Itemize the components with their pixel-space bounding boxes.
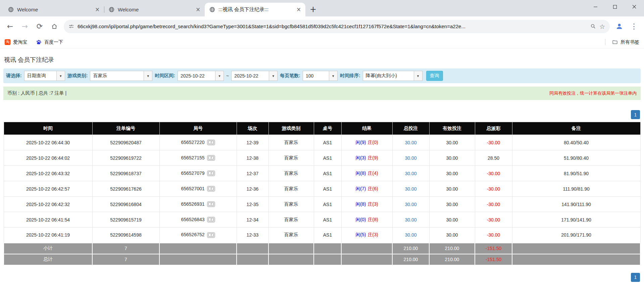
sort-input[interactable] xyxy=(363,71,414,81)
round-detail-icon[interactable] xyxy=(207,170,215,176)
sort-combobox[interactable]: ▾ xyxy=(363,71,423,81)
tab-close-icon[interactable]: × xyxy=(295,6,302,13)
tab-close-icon[interactable]: × xyxy=(94,6,101,13)
search-button[interactable]: 查询 xyxy=(426,71,443,81)
cell-session: 12-38 xyxy=(237,150,268,166)
page-content: 视讯 会员下注纪录 请选择: ▾ 游戏类别: ▾ 时间区间: ▾ ~ ▾ 每页笔… xyxy=(0,56,644,282)
total-bet-link[interactable]: 30.00 xyxy=(405,186,416,192)
cell-time: 2025-10-22 06:44:02 xyxy=(4,150,92,166)
site-settings-icon[interactable] xyxy=(68,23,74,29)
url-text[interactable]: 66cxkj98.com/ipl/portal.php/game/betreco… xyxy=(78,23,587,29)
all-bookmarks[interactable]: 所有书签 xyxy=(605,39,639,45)
profile-icon[interactable] xyxy=(612,20,626,33)
round-detail-icon[interactable] xyxy=(207,155,215,161)
cell-time: 2025-10-22 06:41:54 xyxy=(4,212,92,228)
cell-session: 12-33 xyxy=(237,228,268,243)
per-page-input[interactable] xyxy=(303,71,329,81)
address-bar[interactable]: 66cxkj98.com/ipl/portal.php/game/betreco… xyxy=(64,20,610,33)
bet-table: 时间 注单编号 局号 场次 游戏类别 桌号 结果 总投注 有效投注 总派彩 备注… xyxy=(3,122,641,265)
bookmark-baidu[interactable]: 百度一下 xyxy=(36,39,63,45)
chevron-down-icon[interactable]: ▾ xyxy=(144,71,152,81)
game-type-combobox[interactable]: ▾ xyxy=(90,71,152,81)
forward-button[interactable]: → xyxy=(18,20,32,33)
summary-cell: 210.00 xyxy=(429,243,475,254)
bookmarks-separator xyxy=(605,39,605,45)
table-row: 2025-10-22 06:42:32522909616804656526931… xyxy=(4,197,640,212)
summary-cell xyxy=(237,243,268,254)
minimize-button[interactable] xyxy=(586,0,605,13)
cell-total-bet: 30.00 xyxy=(392,166,429,181)
summary-cell xyxy=(314,254,341,265)
summary-cell: 210.00 xyxy=(392,254,429,265)
back-button[interactable]: ← xyxy=(3,20,17,33)
date-from-combobox[interactable]: ▾ xyxy=(178,71,224,81)
chevron-down-icon[interactable]: ▾ xyxy=(414,71,423,81)
table-row: 2025-10-22 06:43:32522909618737656527079… xyxy=(4,166,640,181)
per-page-combobox[interactable]: ▾ xyxy=(303,71,338,81)
cell-remark: 141.90/111.90 xyxy=(512,197,640,212)
date-to-input[interactable] xyxy=(231,71,269,81)
zoom-icon[interactable] xyxy=(590,23,596,29)
round-detail-icon[interactable] xyxy=(207,217,215,222)
tab-bet-records[interactable]: :::视讯 会员下注纪录::: × xyxy=(205,3,305,16)
cell-result: 闲(8)庄(3) xyxy=(341,197,392,212)
menu-icon[interactable]: ⋮ xyxy=(627,20,641,33)
date-to-combobox[interactable]: ▾ xyxy=(231,71,278,81)
chevron-down-icon[interactable]: ▾ xyxy=(56,71,65,81)
bookmark-label: 爱淘宝 xyxy=(13,39,27,45)
home-button[interactable] xyxy=(48,20,61,33)
total-bet-link[interactable]: 30.00 xyxy=(405,217,416,222)
column-header-total-bet: 总投注 xyxy=(392,122,429,135)
chevron-down-icon[interactable]: ▾ xyxy=(215,71,224,81)
maximize-button[interactable] xyxy=(605,0,625,13)
game-type-input[interactable] xyxy=(90,71,144,81)
query-type-combobox[interactable]: ▾ xyxy=(24,71,65,81)
total-bet-link[interactable]: 30.00 xyxy=(405,171,416,176)
summary-cell xyxy=(314,243,341,254)
round-detail-icon[interactable] xyxy=(207,186,215,192)
table-row: 2025-10-22 06:44:02522909619722656527155… xyxy=(4,150,640,166)
cell-bet-id: 522909614598 xyxy=(92,228,159,243)
total-bet-link[interactable]: 30.00 xyxy=(405,232,416,238)
result-player: 闲(8) xyxy=(355,201,366,207)
result-player: 闲(3) xyxy=(355,155,366,160)
bet-table-body: 2025-10-22 06:44:30522909620487656527220… xyxy=(4,135,640,265)
refresh-button[interactable]: ⟳ xyxy=(33,20,46,33)
globe-icon xyxy=(209,7,215,12)
chevron-down-icon[interactable]: ▾ xyxy=(269,71,278,81)
summary-cell: 7 xyxy=(92,243,159,254)
result-banker: 庄(6) xyxy=(368,186,378,191)
cell-round-id: 656526843 xyxy=(159,212,237,228)
column-header-table-no: 桌号 xyxy=(314,122,341,135)
page-1-button[interactable]: 1 xyxy=(631,110,640,119)
summary-cell xyxy=(268,243,314,254)
column-header-time: 时间 xyxy=(4,122,92,135)
page-1-button[interactable]: 1 xyxy=(631,273,640,282)
query-type-input[interactable] xyxy=(24,71,56,81)
tab-close-icon[interactable]: × xyxy=(195,6,201,13)
tab-welcome-1[interactable]: Welcome × xyxy=(3,3,104,16)
total-bet-link[interactable]: 30.00 xyxy=(405,155,416,161)
result-player: 闲(8) xyxy=(355,170,366,176)
table-row: 2025-10-22 06:41:54522909615719656526843… xyxy=(4,212,640,228)
tab-welcome-2[interactable]: Welcome × xyxy=(104,3,205,16)
round-detail-icon[interactable] xyxy=(207,232,215,238)
result-banker: 庄(3) xyxy=(368,232,378,237)
summary-cell xyxy=(268,254,314,265)
round-detail-icon[interactable] xyxy=(207,140,215,145)
round-id-text: 656526752 xyxy=(181,232,204,237)
round-detail-icon[interactable] xyxy=(207,201,215,207)
bookmark-star-icon[interactable]: ☆ xyxy=(599,23,605,30)
cell-bet-id: 522909616804 xyxy=(92,197,159,212)
summary-cell: 总计 xyxy=(4,254,92,265)
total-bet-link[interactable]: 30.00 xyxy=(405,140,416,145)
close-button[interactable] xyxy=(625,0,644,13)
bookmark-taobao[interactable]: 淘 爱淘宝 xyxy=(5,39,27,45)
summary-cell: -151.50 xyxy=(475,243,512,254)
cell-total-bet: 30.00 xyxy=(392,197,429,212)
new-tab-button[interactable]: + xyxy=(307,4,319,15)
baidu-paw-icon xyxy=(36,39,42,45)
date-from-input[interactable] xyxy=(178,71,215,81)
chevron-down-icon[interactable]: ▾ xyxy=(329,71,338,81)
total-bet-link[interactable]: 30.00 xyxy=(405,202,416,207)
